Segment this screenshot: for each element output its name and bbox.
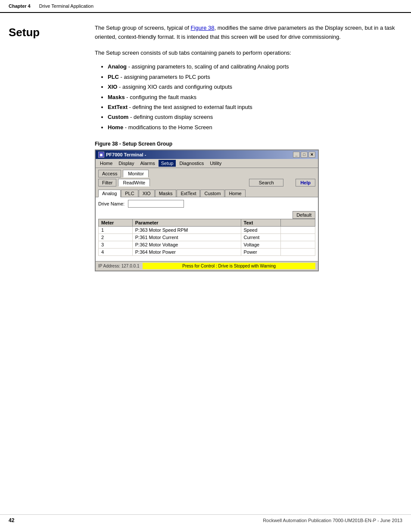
section-title: Setup: [9, 26, 78, 39]
intro-paragraph1: The Setup group of screens, typical of F…: [95, 24, 398, 42]
bullet-text: - configuring the fault masks: [125, 94, 196, 100]
status-warning-label[interactable]: Press for Control : Drive is Stopped wit…: [143, 263, 315, 269]
col-meter: Meter: [99, 219, 133, 227]
row-meter: 2: [99, 234, 133, 241]
title-bar-left: ▣ PF7000 Terminal -: [98, 152, 146, 158]
app-title: PF7000 Terminal -: [106, 152, 146, 157]
bullet-text: - defining custom display screens: [128, 114, 213, 120]
default-button[interactable]: Default: [293, 211, 315, 219]
minimize-button[interactable]: _: [293, 152, 300, 158]
drive-name-input[interactable]: [128, 200, 184, 208]
list-item: XIO - assigning XIO cards and configurin…: [108, 82, 398, 92]
main-content: The Setup group of screens, typical of F…: [86, 13, 411, 282]
drive-name-label: Drive Name:: [98, 201, 125, 206]
tab-analog[interactable]: Analog: [98, 190, 121, 197]
publication-info: Rockwell Automation Publication 7000-UM2…: [263, 518, 402, 523]
figure-caption: Figure 38 - Setup Screen Group: [95, 141, 398, 147]
ip-address-label: IP Address: 127.0.0.1: [98, 264, 139, 268]
row-meter: 4: [99, 249, 133, 256]
app-icon: ▣: [98, 152, 104, 158]
maximize-button[interactable]: □: [301, 152, 308, 158]
filter-button[interactable]: Filter: [98, 179, 116, 187]
readwrite-tab[interactable]: ReadWrite: [118, 179, 150, 187]
row-text: Power: [241, 249, 280, 256]
menu-display[interactable]: Display: [116, 160, 137, 167]
tab-plc[interactable]: PLC: [121, 190, 138, 197]
bullet-bold: XIO: [108, 84, 117, 90]
row-meter: 3: [99, 241, 133, 249]
bullet-bold: PLC: [108, 74, 119, 80]
row-parameter: P:361 Motor Current: [132, 234, 241, 241]
menu-utility[interactable]: Utility: [207, 160, 224, 167]
content-wrapper: Setup The Setup group of screens, typica…: [0, 13, 411, 282]
bullet-bold: Home: [108, 124, 123, 131]
chapter-label: Chapter 4: [9, 3, 31, 9]
bullet-text: - assigning parameters to PLC ports: [119, 74, 210, 80]
col-empty: [281, 219, 315, 227]
tab-masks[interactable]: Masks: [155, 190, 177, 197]
page-number: 42: [9, 517, 14, 523]
tab-exttext[interactable]: ExtText: [177, 190, 200, 197]
row-text: Current: [241, 234, 280, 241]
table-row: 3 P:362 Motor Voltage Voltage: [99, 241, 315, 249]
bullet-text: - modifications to the Home Screen: [123, 124, 212, 131]
search-button[interactable]: Search: [249, 179, 283, 187]
bullet-text: - assigning XIO cards and configuring ou…: [117, 84, 232, 90]
row-meter: 1: [99, 227, 133, 234]
toolbar-row1: Access Monitor: [98, 170, 315, 177]
access-button[interactable]: Access: [98, 170, 121, 177]
row-text: Voltage: [241, 241, 280, 249]
title-bar: ▣ PF7000 Terminal - _ □ ✕: [96, 150, 318, 159]
table-row: 1 P:363 Motor Speed RPM Speed: [99, 227, 315, 234]
row-parameter: P:364 Motor Power: [132, 249, 241, 256]
param-table: Meter Parameter Text 1 P:363 Motor Speed…: [98, 219, 315, 256]
menu-diagnostics[interactable]: Diagnostics: [177, 160, 206, 167]
figure38-link[interactable]: Figure 38: [191, 25, 215, 31]
chapter-subtitle: Drive Terminal Application: [39, 3, 93, 9]
table-row: 2 P:361 Motor Current Current: [99, 234, 315, 241]
intro-paragraph2: The Setup screen consists of sub tabs co…: [95, 49, 398, 58]
sub-tabs: Analog PLC XIO Masks ExtText Custom Home: [96, 188, 318, 197]
drive-name-row: Drive Name:: [98, 200, 315, 208]
list-item: ExtText - defining the text assigned to …: [108, 102, 398, 112]
close-button[interactable]: ✕: [308, 152, 315, 158]
list-item: Masks - configuring the fault masks: [108, 92, 398, 102]
toolbar-area: Access Monitor Filter ReadWrite Search H…: [96, 168, 318, 188]
bullet-bold: Masks: [108, 94, 125, 100]
toolbar-row2: Filter ReadWrite Search Help: [98, 179, 315, 187]
status-bar: IP Address: 127.0.0.1 Press for Control …: [96, 261, 318, 271]
monitor-tab[interactable]: Monitor: [123, 170, 149, 177]
help-button[interactable]: Help: [296, 179, 315, 187]
list-item: Custom - defining custom display screens: [108, 112, 398, 122]
tab-home[interactable]: Home: [225, 190, 245, 197]
list-item: Home - modifications to the Home Screen: [108, 122, 398, 132]
page-header: Chapter 4 Drive Terminal Application: [0, 0, 411, 13]
bullet-text: - assigning parameters to, scaling of an…: [127, 63, 289, 70]
tab-xio[interactable]: XIO: [139, 190, 155, 197]
bullet-text: - defining the text assigned to external…: [128, 104, 252, 110]
bullet-bold: Analog: [108, 63, 127, 70]
page-footer: 42 Rockwell Automation Publication 7000-…: [0, 514, 411, 523]
col-text: Text: [241, 219, 280, 227]
row-parameter: P:363 Motor Speed RPM: [132, 227, 241, 234]
sidebar: Setup: [0, 13, 86, 282]
table-row: 4 P:364 Motor Power Power: [99, 249, 315, 256]
row-text: Speed: [241, 227, 280, 234]
row-parameter: P:362 Motor Voltage: [132, 241, 241, 249]
title-bar-controls[interactable]: _ □ ✕: [293, 152, 315, 158]
bullet-bold: Custom: [108, 114, 128, 120]
tab-custom[interactable]: Custom: [200, 190, 224, 197]
bullet-list: Analog - assigning parameters to, scalin…: [95, 62, 398, 132]
menu-setup[interactable]: Setup: [159, 160, 176, 167]
menu-bar: Home Display Alarms Setup Diagnostics Ut…: [96, 159, 318, 168]
table-container: Default Meter Parameter Text: [98, 211, 315, 256]
bullet-bold: ExtText: [108, 104, 128, 110]
menu-home[interactable]: Home: [97, 160, 115, 167]
window-inner: Drive Name: Default Meter Parameter Text: [96, 197, 318, 261]
col-parameter: Parameter: [132, 219, 241, 227]
list-item: Analog - assigning parameters to, scalin…: [108, 62, 398, 72]
list-item: PLC - assigning parameters to PLC ports: [108, 72, 398, 82]
app-window: ▣ PF7000 Terminal - _ □ ✕ Home Display A…: [95, 149, 319, 271]
menu-alarms[interactable]: Alarms: [137, 160, 157, 167]
